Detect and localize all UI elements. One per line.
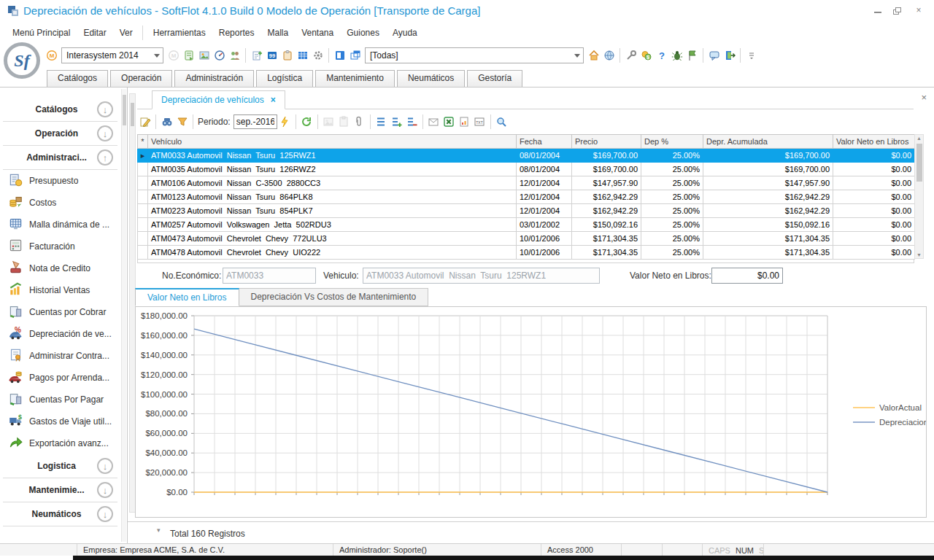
- filter-combobox[interactable]: [Todas]: [365, 47, 584, 63]
- cell-valor_neto[interactable]: $0.00: [833, 163, 915, 176]
- menu-item-ayuda[interactable]: Ayuda: [386, 26, 424, 40]
- cell-fecha[interactable]: 03/01/2002: [517, 218, 572, 232]
- cell-fecha[interactable]: 08/01/2004: [517, 149, 572, 163]
- cell-vehiculo[interactable]: ATM0478 Automovil Chevrolet Chevy UIO222: [148, 246, 517, 260]
- m-badge-gray-icon[interactable]: M: [166, 49, 180, 63]
- image-gray-icon[interactable]: [322, 115, 336, 129]
- expand-arrow-icon[interactable]: ↓: [97, 458, 113, 474]
- sidebar-section-logistica[interactable]: Logistica↓: [3, 454, 117, 478]
- sidebar-item-administrar-contra[interactable]: Administrar Contra...: [0, 345, 120, 367]
- cell-dep[interactable]: 25.00%: [641, 246, 703, 260]
- cell-precio[interactable]: $147,957.90: [572, 176, 641, 190]
- cell-precio[interactable]: $162,942.29: [572, 190, 641, 204]
- table-row[interactable]: ATM0223 Automovil Nissan Tsuru 854PLK712…: [138, 204, 915, 218]
- cell-vehiculo[interactable]: ATM0106 Automovil Nissan C-3500 2880CC3: [148, 176, 517, 190]
- cell-depr_acum[interactable]: $171,304.35: [703, 232, 833, 246]
- chart-tab-valor-neto-en-libros[interactable]: Valor Neto en Libros: [135, 288, 239, 306]
- menu-item-ventana[interactable]: Ventana: [295, 26, 340, 40]
- sidebar-section-administraci[interactable]: Administraci...↑: [3, 146, 117, 170]
- menu-item-ver[interactable]: Ver: [113, 26, 139, 40]
- column-header-depr-acumulada[interactable]: Depr. Acumulada: [703, 135, 833, 149]
- cell-valor_neto[interactable]: $0.00: [833, 246, 915, 260]
- sidebar-item-costos[interactable]: Costos: [0, 192, 120, 214]
- sidebar-section-operacion[interactable]: Operación↓: [3, 122, 117, 146]
- restore-button[interactable]: [890, 6, 906, 16]
- report-icon[interactable]: [458, 115, 471, 129]
- menu-item-reportes[interactable]: Reportes: [212, 26, 261, 40]
- table-header-row[interactable]: *VehículoFechaPrecioDep %Depr. Acumulada…: [138, 135, 915, 149]
- workspace-close-icon[interactable]: ×: [921, 93, 927, 102]
- database-icon[interactable]: [182, 49, 196, 63]
- cell-dep[interactable]: 25.00%: [641, 163, 703, 176]
- cell-fecha[interactable]: 12/01/2004: [517, 176, 572, 190]
- cell-depr_acum[interactable]: $169,700.00: [703, 163, 833, 176]
- sidebar-item-gastos-de-viaje-util[interactable]: $Gastos de Viaje util...: [0, 411, 120, 432]
- cell-fecha[interactable]: 08/01/2004: [517, 163, 572, 176]
- ribbon-tab-mantenimiento[interactable]: Mantenimiento: [315, 70, 395, 87]
- sidebar-item-cuentas-por-pagar[interactable]: Cuentas Por Pagar: [0, 389, 120, 411]
- badge-99-icon[interactable]: 99: [265, 49, 279, 63]
- cell-valor_neto[interactable]: $0.00: [833, 176, 915, 190]
- cell-valor_neto[interactable]: $0.00: [833, 232, 915, 246]
- cell-vehiculo[interactable]: ATM0257 Automovil Volkswagen Jetta 502RD…: [148, 218, 517, 232]
- cell-valor_neto[interactable]: $0.00: [833, 190, 915, 204]
- cell-valor_neto[interactable]: $0.00: [833, 149, 915, 163]
- ribbon-tab-logistica[interactable]: Logística: [256, 70, 313, 87]
- table-row[interactable]: ATM0478 Automovil Chevrolet Chevy UIO222…: [138, 246, 915, 260]
- refresh-icon[interactable]: [300, 115, 314, 129]
- column-header-precio[interactable]: Precio: [572, 135, 641, 149]
- cell-vehiculo[interactable]: ATM0035 Automovil Nissan Tsuru 126RWZ2: [148, 163, 517, 176]
- coins-icon[interactable]: $: [639, 49, 653, 63]
- menu-item-editar[interactable]: Editar: [77, 26, 112, 40]
- sidebar-item-nota-de-credito[interactable]: Nota de Credito: [0, 257, 120, 279]
- sidebar-section-mantenimie[interactable]: Mantenimie...↓: [3, 478, 117, 502]
- menu-item-herramientas[interactable]: Herramientas: [142, 26, 212, 40]
- table-row[interactable]: ATM0106 Automovil Nissan C-3500 2880CC31…: [138, 176, 915, 190]
- tools-search-icon[interactable]: [624, 49, 638, 63]
- table-row[interactable]: ATM0473 Automovil Chevrolet Chevy 772ULU…: [138, 232, 915, 246]
- globe-icon[interactable]: [602, 49, 616, 63]
- table-row[interactable]: ATM0035 Automovil Nissan Tsuru 126RWZ208…: [138, 163, 915, 176]
- economico-field[interactable]: [223, 268, 316, 284]
- cell-fecha[interactable]: 12/01/2004: [517, 190, 572, 204]
- flag-icon[interactable]: [685, 49, 699, 63]
- close-button[interactable]: ×: [911, 6, 927, 16]
- clipboard-icon[interactable]: [280, 49, 294, 63]
- periodo-input[interactable]: [234, 114, 277, 129]
- column-header-dep[interactable]: Dep %: [641, 135, 703, 149]
- sidebar-item-exportacion-avanz[interactable]: Exportación avanz...: [0, 432, 120, 454]
- table-row[interactable]: ▸ATM0033 Automovil Nissan Tsuru 125RWZ10…: [138, 149, 915, 163]
- valor-neto-field[interactable]: [711, 268, 783, 284]
- sidebar-item-facturacion[interactable]: Facturación: [0, 236, 120, 257]
- exit-icon[interactable]: [722, 49, 736, 63]
- cell-precio[interactable]: $171,304.35: [572, 246, 641, 260]
- ribbon-tab-operacion[interactable]: Operación: [110, 70, 172, 87]
- cell-valor_neto[interactable]: $0.00: [833, 204, 915, 218]
- cell-dep[interactable]: 25.00%: [641, 176, 703, 190]
- cell-depr_acum[interactable]: $162,942.29: [703, 204, 833, 218]
- tree-view-icon[interactable]: [374, 115, 388, 129]
- cell-vehiculo[interactable]: ATM0473 Automovil Chevrolet Chevy 772ULU…: [148, 232, 517, 246]
- cell-valor_neto[interactable]: $0.00: [833, 218, 915, 232]
- ribbon-tab-administracion[interactable]: Administración: [174, 70, 254, 87]
- paperclip-icon[interactable]: [352, 115, 366, 129]
- minimize-button[interactable]: [870, 6, 886, 16]
- scrollbar-thumb[interactable]: [131, 103, 134, 126]
- ribbon-tab-gestoria[interactable]: Gestoría: [467, 70, 522, 87]
- scrollbar-thumb[interactable]: [916, 144, 922, 182]
- filter-funnel-icon[interactable]: [175, 115, 189, 129]
- cell-fecha[interactable]: 10/01/2006: [517, 246, 572, 260]
- sidebar-item-pagos-por-arrenda[interactable]: Pagos por Arrenda...: [0, 367, 120, 389]
- table-row[interactable]: ATM0123 Automovil Nissan Tsuru 864PLK812…: [138, 190, 915, 204]
- sidebar-section-catalogos[interactable]: Catálogos↓: [3, 98, 117, 122]
- table-row[interactable]: ATM0257 Automovil Volkswagen Jetta 502RD…: [138, 218, 915, 232]
- lightning-icon[interactable]: [278, 115, 292, 129]
- image-icon[interactable]: [197, 49, 211, 63]
- tab-close-icon[interactable]: ×: [271, 95, 276, 105]
- grid-icon[interactable]: [296, 49, 309, 63]
- paste-gray-icon[interactable]: [337, 115, 351, 129]
- scroll-down-icon[interactable]: ▼: [915, 252, 923, 257]
- column-header-valor-neto-en-libros[interactable]: Valor Neto en Libros: [833, 135, 915, 149]
- menu-item-guiones[interactable]: Guiones: [340, 26, 386, 40]
- vehiculo-field[interactable]: [363, 268, 600, 284]
